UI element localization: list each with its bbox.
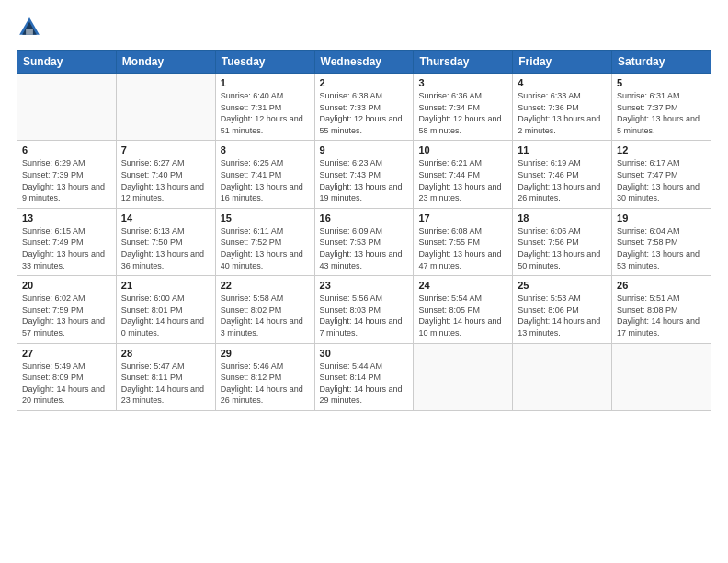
- calendar-cell: 18Sunrise: 6:06 AM Sunset: 7:56 PM Dayli…: [513, 208, 612, 275]
- calendar-cell: [414, 343, 513, 410]
- day-info: Sunrise: 6:31 AM Sunset: 7:37 PM Dayligh…: [617, 90, 706, 136]
- day-number: 27: [22, 348, 111, 359]
- weekday-header-wednesday: Wednesday: [314, 51, 414, 74]
- day-info: Sunrise: 5:44 AM Sunset: 8:14 PM Dayligh…: [320, 361, 409, 407]
- calendar-cell: 14Sunrise: 6:13 AM Sunset: 7:50 PM Dayli…: [116, 208, 215, 275]
- day-number: 13: [22, 213, 111, 224]
- calendar-cell: 10Sunrise: 6:21 AM Sunset: 7:44 PM Dayli…: [414, 141, 513, 208]
- day-info: Sunrise: 5:47 AM Sunset: 8:11 PM Dayligh…: [121, 361, 210, 407]
- calendar-cell: 20Sunrise: 6:02 AM Sunset: 7:59 PM Dayli…: [17, 276, 117, 343]
- day-info: Sunrise: 6:08 AM Sunset: 7:55 PM Dayligh…: [418, 225, 507, 271]
- calendar-cell: 4Sunrise: 6:33 AM Sunset: 7:36 PM Daylig…: [513, 74, 612, 141]
- day-info: Sunrise: 6:25 AM Sunset: 7:41 PM Dayligh…: [221, 157, 310, 203]
- calendar-cell: [612, 343, 711, 410]
- day-number: 28: [121, 348, 210, 359]
- weekday-header-tuesday: Tuesday: [215, 51, 314, 74]
- day-info: Sunrise: 6:38 AM Sunset: 7:33 PM Dayligh…: [320, 90, 409, 136]
- calendar-cell: 29Sunrise: 5:46 AM Sunset: 8:12 PM Dayli…: [215, 343, 314, 410]
- day-number: 26: [617, 280, 706, 291]
- day-number: 3: [418, 77, 507, 88]
- day-number: 16: [320, 213, 409, 224]
- day-info: Sunrise: 6:17 AM Sunset: 7:47 PM Dayligh…: [617, 157, 706, 203]
- weekday-header-saturday: Saturday: [612, 51, 711, 74]
- calendar-cell: 25Sunrise: 5:53 AM Sunset: 8:06 PM Dayli…: [513, 276, 612, 343]
- day-info: Sunrise: 6:36 AM Sunset: 7:34 PM Dayligh…: [418, 90, 507, 136]
- calendar-cell: 2Sunrise: 6:38 AM Sunset: 7:33 PM Daylig…: [314, 74, 414, 141]
- day-number: 21: [121, 280, 210, 291]
- day-info: Sunrise: 5:54 AM Sunset: 8:05 PM Dayligh…: [418, 293, 507, 339]
- day-number: 11: [518, 144, 607, 155]
- calendar-week-3: 13Sunrise: 6:15 AM Sunset: 7:49 PM Dayli…: [17, 208, 711, 275]
- calendar-cell: 13Sunrise: 6:15 AM Sunset: 7:49 PM Dayli…: [17, 208, 117, 275]
- day-number: 24: [418, 280, 507, 291]
- day-info: Sunrise: 5:53 AM Sunset: 8:06 PM Dayligh…: [518, 293, 607, 339]
- calendar-cell: [116, 74, 215, 141]
- calendar-cell: 1Sunrise: 6:40 AM Sunset: 7:31 PM Daylig…: [215, 74, 314, 141]
- day-number: 8: [221, 144, 310, 155]
- day-info: Sunrise: 6:27 AM Sunset: 7:40 PM Dayligh…: [121, 157, 210, 203]
- calendar-cell: 12Sunrise: 6:17 AM Sunset: 7:47 PM Dayli…: [612, 141, 711, 208]
- calendar-cell: 7Sunrise: 6:27 AM Sunset: 7:40 PM Daylig…: [116, 141, 215, 208]
- day-info: Sunrise: 5:51 AM Sunset: 8:08 PM Dayligh…: [617, 293, 706, 339]
- calendar-body: 1Sunrise: 6:40 AM Sunset: 7:31 PM Daylig…: [17, 74, 711, 411]
- weekday-header-monday: Monday: [116, 51, 215, 74]
- calendar-cell: 28Sunrise: 5:47 AM Sunset: 8:11 PM Dayli…: [116, 343, 215, 410]
- calendar-cell: 27Sunrise: 5:49 AM Sunset: 8:09 PM Dayli…: [17, 343, 117, 410]
- calendar-cell: 19Sunrise: 6:04 AM Sunset: 7:58 PM Dayli…: [612, 208, 711, 275]
- logo: [17, 15, 46, 40]
- page: SundayMondayTuesdayWednesdayThursdayFrid…: [0, 0, 728, 563]
- calendar-cell: 9Sunrise: 6:23 AM Sunset: 7:43 PM Daylig…: [314, 141, 414, 208]
- header: [17, 15, 711, 40]
- weekday-header-row: SundayMondayTuesdayWednesdayThursdayFrid…: [17, 51, 711, 74]
- day-number: 10: [418, 144, 507, 155]
- day-number: 19: [617, 213, 706, 224]
- day-info: Sunrise: 6:02 AM Sunset: 7:59 PM Dayligh…: [22, 293, 111, 339]
- svg-rect-2: [26, 29, 33, 35]
- day-info: Sunrise: 6:11 AM Sunset: 7:52 PM Dayligh…: [221, 225, 310, 271]
- day-info: Sunrise: 6:40 AM Sunset: 7:31 PM Dayligh…: [221, 90, 310, 136]
- day-info: Sunrise: 6:33 AM Sunset: 7:36 PM Dayligh…: [518, 90, 607, 136]
- calendar-cell: 8Sunrise: 6:25 AM Sunset: 7:41 PM Daylig…: [215, 141, 314, 208]
- day-info: Sunrise: 5:56 AM Sunset: 8:03 PM Dayligh…: [320, 293, 409, 339]
- calendar-cell: 5Sunrise: 6:31 AM Sunset: 7:37 PM Daylig…: [612, 74, 711, 141]
- calendar-cell: 17Sunrise: 6:08 AM Sunset: 7:55 PM Dayli…: [414, 208, 513, 275]
- day-info: Sunrise: 6:15 AM Sunset: 7:49 PM Dayligh…: [22, 225, 111, 271]
- calendar-cell: [17, 74, 117, 141]
- day-number: 2: [320, 77, 409, 88]
- day-info: Sunrise: 6:00 AM Sunset: 8:01 PM Dayligh…: [121, 293, 210, 339]
- weekday-header-sunday: Sunday: [17, 51, 117, 74]
- day-info: Sunrise: 6:23 AM Sunset: 7:43 PM Dayligh…: [320, 157, 409, 203]
- calendar-cell: 24Sunrise: 5:54 AM Sunset: 8:05 PM Dayli…: [414, 276, 513, 343]
- calendar-cell: 23Sunrise: 5:56 AM Sunset: 8:03 PM Dayli…: [314, 276, 414, 343]
- day-number: 6: [22, 144, 111, 155]
- day-number: 15: [221, 213, 310, 224]
- day-number: 20: [22, 280, 111, 291]
- logo-icon: [17, 15, 42, 40]
- day-number: 17: [418, 213, 507, 224]
- calendar-cell: [513, 343, 612, 410]
- calendar-week-5: 27Sunrise: 5:49 AM Sunset: 8:09 PM Dayli…: [17, 343, 711, 410]
- weekday-header-thursday: Thursday: [414, 51, 513, 74]
- calendar-cell: 16Sunrise: 6:09 AM Sunset: 7:53 PM Dayli…: [314, 208, 414, 275]
- calendar-week-2: 6Sunrise: 6:29 AM Sunset: 7:39 PM Daylig…: [17, 141, 711, 208]
- calendar-table: SundayMondayTuesdayWednesdayThursdayFrid…: [17, 50, 711, 411]
- day-number: 7: [121, 144, 210, 155]
- day-info: Sunrise: 5:58 AM Sunset: 8:02 PM Dayligh…: [221, 293, 310, 339]
- day-number: 18: [518, 213, 607, 224]
- calendar-week-1: 1Sunrise: 6:40 AM Sunset: 7:31 PM Daylig…: [17, 74, 711, 141]
- calendar-cell: 3Sunrise: 6:36 AM Sunset: 7:34 PM Daylig…: [414, 74, 513, 141]
- day-info: Sunrise: 6:21 AM Sunset: 7:44 PM Dayligh…: [418, 157, 507, 203]
- day-number: 30: [320, 348, 409, 359]
- day-info: Sunrise: 6:19 AM Sunset: 7:46 PM Dayligh…: [518, 157, 607, 203]
- calendar-week-4: 20Sunrise: 6:02 AM Sunset: 7:59 PM Dayli…: [17, 276, 711, 343]
- day-number: 14: [121, 213, 210, 224]
- calendar-cell: 30Sunrise: 5:44 AM Sunset: 8:14 PM Dayli…: [314, 343, 414, 410]
- day-number: 4: [518, 77, 607, 88]
- day-info: Sunrise: 6:29 AM Sunset: 7:39 PM Dayligh…: [22, 157, 111, 203]
- weekday-header-friday: Friday: [513, 51, 612, 74]
- calendar-header: SundayMondayTuesdayWednesdayThursdayFrid…: [17, 51, 711, 74]
- calendar-cell: 21Sunrise: 6:00 AM Sunset: 8:01 PM Dayli…: [116, 276, 215, 343]
- day-number: 25: [518, 280, 607, 291]
- day-info: Sunrise: 5:49 AM Sunset: 8:09 PM Dayligh…: [22, 361, 111, 407]
- day-number: 22: [221, 280, 310, 291]
